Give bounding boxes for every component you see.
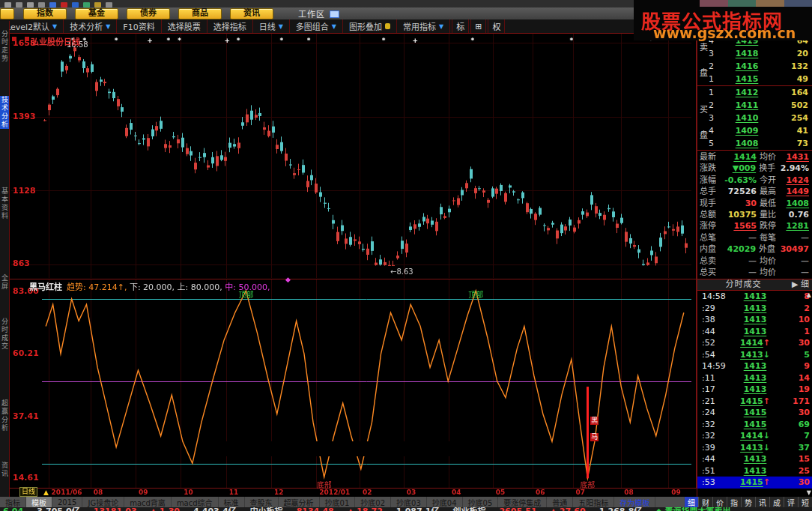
period-triangle-icon[interactable]: ▲: [43, 489, 49, 496]
mini-tab-财[interactable]: 财: [698, 497, 712, 507]
tape-more-button[interactable]: 细: [801, 279, 809, 289]
pin-icon[interactable]: [12, 37, 16, 41]
tick-row[interactable]: :32141569: [697, 419, 812, 431]
bid-row[interactable]: 5140873: [697, 137, 812, 150]
menu-button-资讯[interactable]: 资讯: [230, 8, 273, 19]
tape-expand-arrow[interactable]: ▶: [792, 279, 798, 289]
ask-row[interactable]: 1141549: [697, 73, 812, 85]
toolbar-item-选择指标[interactable]: 选择指标: [207, 19, 253, 33]
bottom-tab-五阳指标[interactable]: 五阳指标: [573, 497, 614, 507]
bottom-tab-抄底04[interactable]: 抄底04: [427, 497, 463, 507]
tick-row[interactable]: :321414↓7: [697, 430, 812, 442]
titlebar-icon[interactable]: [106, 2, 112, 7]
scroll-down-icon[interactable]: ▼: [807, 489, 811, 496]
titlebar-icon[interactable]: [38, 2, 45, 7]
tick-row[interactable]: :4414131: [697, 326, 812, 338]
tick-row[interactable]: :2914132: [697, 303, 812, 315]
titlebar-icon[interactable]: [61, 2, 67, 7]
mini-tab-讯[interactable]: 讯: [755, 497, 769, 507]
bottom-tab-普通[interactable]: 普通: [547, 497, 573, 507]
workspace-label[interactable]: 工作区: [298, 7, 325, 19]
period-box[interactable]: 日线: [19, 487, 37, 497]
ask-row[interactable]: 3141820: [697, 47, 812, 60]
tick-row[interactable]: 14:5914139: [697, 360, 812, 372]
sidebar-item-全屏[interactable]: 全屏: [0, 274, 9, 291]
indicator-panel[interactable]: ◆ 黑马红柱趋势: 47.214↑, 下: 20.000, 上: 80.000,…: [9, 279, 697, 489]
toolbar-button-⊞[interactable]: ⊞: [470, 19, 486, 33]
tick-row[interactable]: :24141530: [697, 407, 812, 419]
ask-row[interactable]: 21416132: [697, 60, 812, 73]
menu-button-指数[interactable]: 指数: [23, 8, 67, 19]
bottom-tab-指标[interactable]: 指标: [0, 497, 26, 507]
mini-tab-短[interactable]: 短: [798, 497, 812, 507]
toolbar-item-图形叠加[interactable]: 图形叠加: [343, 19, 397, 33]
toolbar-button-标[interactable]: 标: [452, 19, 469, 33]
tick-row[interactable]: :391413↓37: [697, 442, 812, 454]
bottom-tab-超赢分析[interactable]: 超赢分析: [279, 497, 320, 507]
bottom-tab-要涨停集成[interactable]: 要涨停集成: [498, 497, 547, 507]
sidebar-item-分时成交[interactable]: 分时成交: [0, 318, 9, 351]
tick-row[interactable]: :541413↓5: [697, 349, 812, 361]
titlebar-icon[interactable]: [94, 2, 101, 7]
toolbar-button-权[interactable]: 权: [488, 19, 505, 33]
workspace-mail-icon[interactable]: [330, 10, 339, 18]
toolbar-item-技术分析[interactable]: 技术分析▼: [64, 19, 117, 33]
sidebar-item-资讯[interactable]: 资讯: [0, 462, 9, 478]
bottom-tab-模板[interactable]: 模板: [26, 497, 52, 507]
menu-button-partial[interactable]: [0, 8, 14, 19]
bottom-tab-抄底03[interactable]: 抄底03: [391, 497, 427, 507]
scroll-up-icon[interactable]: ▲: [807, 291, 811, 298]
mini-tab-成[interactable]: 成: [769, 497, 784, 507]
indicator-canvas[interactable]: [10, 279, 696, 488]
bottom-tab-存为模板[interactable]: 存为模板: [614, 497, 655, 507]
sidebar-item-技术分析[interactable]: 技术分析: [0, 96, 9, 129]
pin-icon[interactable]: [25, 37, 29, 41]
titlebar-icon[interactable]: [27, 2, 34, 7]
titlebar-icon[interactable]: [4, 2, 11, 7]
ask-row[interactable]: 4141964: [697, 34, 812, 47]
mini-tab-指[interactable]: 指: [727, 497, 741, 507]
candlestick-canvas[interactable]: [10, 34, 696, 278]
menu-button-商品[interactable]: 商品: [178, 8, 222, 19]
tick-row[interactable]: :44141315: [697, 453, 812, 465]
bid-row[interactable]: 4140941: [697, 124, 812, 137]
tick-row[interactable]: :531415↑30: [697, 477, 812, 489]
bid-row[interactable]: 21411502: [697, 99, 812, 112]
titlebar-icon[interactable]: [83, 2, 90, 7]
candlestick-panel[interactable]: 弘业股份日线 16.58 ←8.63 165813931128863***+**…: [9, 33, 697, 279]
tick-row[interactable]: :521414↑30: [697, 337, 812, 349]
menu-button-基金[interactable]: 基金: [75, 8, 118, 19]
tick-row[interactable]: :51141325: [697, 465, 812, 477]
bottom-tab-2015[interactable]: 2015: [52, 497, 82, 507]
titlebar-icon[interactable]: [16, 2, 22, 7]
sidebar-item-基本资料[interactable]: 基本资料: [0, 187, 9, 220]
bottom-tab-抄底01[interactable]: 抄底01: [320, 497, 356, 507]
tick-row[interactable]: :11141314: [697, 372, 812, 384]
toolbar-item-选择股票[interactable]: 选择股票: [162, 19, 207, 33]
tick-row[interactable]: :17141319: [697, 384, 812, 396]
sidebar-item-分时走势[interactable]: 分时走势: [0, 30, 9, 63]
tick-row[interactable]: 14:5814138: [697, 291, 812, 303]
bottom-tab-抄底02[interactable]: 抄底02: [355, 497, 391, 507]
bottom-tab-macd综合[interactable]: macd综合: [172, 497, 219, 507]
bottom-tab-macd背离[interactable]: macd背离: [124, 497, 172, 507]
mini-tab-势[interactable]: 势: [741, 497, 755, 507]
bottom-tab-抄底05[interactable]: 抄底05: [463, 497, 499, 507]
tick-row[interactable]: :38141310: [697, 314, 812, 326]
toolbar-item-多图组合[interactable]: 多图组合▼: [290, 19, 343, 33]
tick-row[interactable]: :211415↑171: [697, 396, 812, 408]
bid-row[interactable]: 11412164: [697, 86, 812, 99]
menu-button-债券[interactable]: 债券: [127, 8, 170, 19]
mini-tab-价[interactable]: 价: [712, 497, 727, 507]
toolbar-item-F10资料[interactable]: F10资料: [117, 19, 161, 33]
mini-tab-评[interactable]: 评: [784, 497, 798, 507]
bottom-tab-JG操盘论[interactable]: JG操盘论: [82, 497, 124, 507]
toolbar-item-日线[interactable]: 日线▼: [253, 19, 290, 33]
sidebar-item-超赢分析[interactable]: 超赢分析: [0, 399, 9, 432]
titlebar-icon[interactable]: [49, 2, 56, 7]
mini-tab-细[interactable]: 细: [684, 497, 698, 507]
bid-row[interactable]: 31410254: [697, 112, 812, 124]
bottom-tab-查股东[interactable]: 查股东: [245, 497, 279, 507]
toolbar-item-常用指标[interactable]: 常用指标▼: [397, 19, 450, 33]
titlebar-icon[interactable]: [72, 2, 79, 7]
